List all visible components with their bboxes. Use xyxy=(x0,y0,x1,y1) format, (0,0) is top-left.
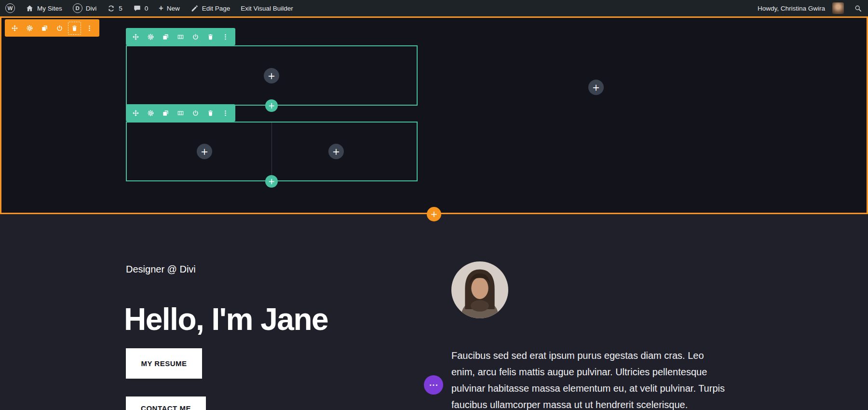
row1-add-module-button[interactable]: + xyxy=(264,68,279,83)
contact-me-label: CONTACT ME xyxy=(141,404,191,410)
my-resume-label: MY RESUME xyxy=(141,359,187,368)
row1-move-button[interactable] xyxy=(129,30,142,43)
add-row-after-row1-button[interactable]: + xyxy=(265,99,278,112)
duplicate-icon xyxy=(162,109,169,117)
add-section-button[interactable]: + xyxy=(427,207,441,221)
my-sites-label: My Sites xyxy=(37,5,62,12)
search-icon xyxy=(854,4,862,13)
page-settings-button[interactable]: ••• xyxy=(424,375,443,395)
exit-visual-builder-label: Exit Visual Builder xyxy=(241,5,293,12)
section-delete-button[interactable] xyxy=(68,22,81,35)
my-resume-button[interactable]: MY RESUME xyxy=(126,348,202,379)
new-plus-icon: + xyxy=(159,4,163,12)
section-settings-button[interactable] xyxy=(23,22,36,35)
duplicate-icon xyxy=(162,33,169,41)
profile-photo[interactable] xyxy=(451,261,508,318)
user-avatar xyxy=(832,2,844,14)
section-save-button[interactable] xyxy=(53,22,66,35)
gear-icon xyxy=(147,33,154,41)
plus-icon: + xyxy=(592,83,600,92)
plus-icon: + xyxy=(268,71,275,81)
updates-icon xyxy=(107,4,115,13)
row1-save-button[interactable] xyxy=(189,30,202,43)
section-duplicate-button[interactable] xyxy=(38,22,51,35)
row1-duplicate-button[interactable] xyxy=(159,30,172,43)
wp-admin-bar: W My Sites D Divi 5 0 + New xyxy=(0,0,868,16)
save-icon xyxy=(56,25,63,32)
row1-toolbar xyxy=(126,28,235,45)
row1-delete-button[interactable] xyxy=(204,30,217,43)
columns-grid-icon xyxy=(177,109,184,117)
section-toolbar xyxy=(5,19,99,37)
more-dots-icon xyxy=(222,109,229,117)
plus-icon: + xyxy=(268,102,275,110)
save-icon xyxy=(192,33,199,41)
account-menu[interactable]: Howdy, Christina Gwira xyxy=(752,0,851,16)
row2-delete-button[interactable] xyxy=(204,107,217,120)
my-sites-menu[interactable]: My Sites xyxy=(20,0,68,16)
admin-search-button[interactable] xyxy=(851,0,868,16)
my-sites-icon xyxy=(26,4,34,13)
hero-subtitle[interactable]: Designer @ Divi xyxy=(126,264,196,275)
more-dots-icon xyxy=(86,25,93,32)
plus-icon: + xyxy=(430,210,437,219)
row2-duplicate-button[interactable] xyxy=(159,107,172,120)
admin-bar-left: W My Sites D Divi 5 0 + New xyxy=(0,0,298,16)
new-label: New xyxy=(167,5,180,12)
howdy-label: Howdy, Christina Gwira xyxy=(758,5,825,12)
section-more-options-button[interactable] xyxy=(83,22,96,35)
row1-structure-button[interactable] xyxy=(174,30,187,43)
row1-settings-button[interactable] xyxy=(144,30,157,43)
row2-column-divider xyxy=(271,123,272,180)
plus-icon: + xyxy=(332,147,340,156)
section-move-button[interactable] xyxy=(8,22,21,35)
edit-page-label: Edit Page xyxy=(202,5,231,12)
plus-icon: + xyxy=(201,147,208,156)
edit-pencil-icon xyxy=(190,4,199,13)
row2-structure-button[interactable] xyxy=(174,107,187,120)
duplicate-icon xyxy=(41,25,48,32)
exit-visual-builder-link[interactable]: Exit Visual Builder xyxy=(235,0,298,16)
comments-icon xyxy=(133,4,141,13)
contact-me-button[interactable]: CONTACT ME xyxy=(126,396,206,410)
trash-icon xyxy=(71,25,78,32)
comments-menu[interactable]: 0 xyxy=(128,0,154,16)
hero-heading[interactable]: Hello, I'm Jane xyxy=(124,302,328,336)
plus-icon: + xyxy=(268,178,275,186)
trash-icon xyxy=(207,109,214,117)
save-icon xyxy=(192,109,199,117)
divi-visual-builder-screen: W My Sites D Divi 5 0 + New xyxy=(0,0,868,410)
row2-more-options-button[interactable] xyxy=(219,107,232,120)
more-dots-icon xyxy=(222,33,229,41)
row2-col1-add-module-button[interactable]: + xyxy=(197,144,212,159)
row2-settings-button[interactable] xyxy=(144,107,157,120)
move-icon xyxy=(11,25,18,32)
row2-col2-add-module-button[interactable]: + xyxy=(328,144,344,159)
updates-menu[interactable]: 5 xyxy=(102,0,128,16)
about-paragraph[interactable]: Faucibus sed sed erat ipsum purus egesta… xyxy=(451,347,730,410)
divi-site-menu[interactable]: D Divi xyxy=(68,0,102,16)
move-icon xyxy=(132,33,139,41)
row2-toolbar xyxy=(126,104,235,122)
columns-grid-icon xyxy=(177,33,184,41)
comments-count: 0 xyxy=(145,5,149,12)
section-right-add-module-button[interactable]: + xyxy=(588,80,604,95)
new-content-menu[interactable]: + New xyxy=(153,0,185,16)
admin-bar-right: Howdy, Christina Gwira xyxy=(752,0,868,16)
divi-icon: D xyxy=(73,3,82,13)
row1-more-options-button[interactable] xyxy=(219,30,232,43)
gear-icon xyxy=(147,109,154,117)
wordpress-icon: W xyxy=(5,3,15,13)
divi-site-label: Divi xyxy=(86,5,97,12)
gear-icon xyxy=(26,25,33,32)
portrait-image xyxy=(451,261,508,318)
move-icon xyxy=(132,109,139,117)
row2-save-button[interactable] xyxy=(189,107,202,120)
row2-move-button[interactable] xyxy=(129,107,142,120)
edit-page-menu[interactable]: Edit Page xyxy=(185,0,236,16)
add-row-after-row2-button[interactable]: + xyxy=(265,175,278,188)
trash-icon xyxy=(207,33,214,41)
ellipsis-icon: ••• xyxy=(428,382,439,388)
updates-count: 5 xyxy=(119,5,122,12)
wp-logo-menu[interactable]: W xyxy=(0,0,20,16)
